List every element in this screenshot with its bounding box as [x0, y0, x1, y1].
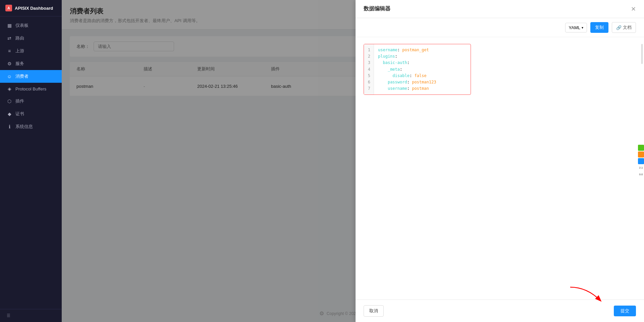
sidebar-header: A APISIX Dashboard — [0, 0, 62, 16]
sidebar-item-certificates[interactable]: ◆ 证书 — [0, 108, 62, 120]
code-content[interactable]: username: postman_get plugins: basic-aut… — [374, 44, 440, 94]
submit-button[interactable]: 提交 — [614, 306, 636, 316]
format-select[interactable]: YAML ▾ — [565, 23, 587, 33]
app-logo: A — [5, 5, 12, 11]
sidebar-item-label: 证书 — [15, 111, 24, 117]
app-title: APISIX Dashboard — [15, 6, 53, 11]
sidebar-item-routes[interactable]: ⇄ 路由 — [0, 32, 62, 45]
drawer-footer: 取消 提交 — [356, 300, 644, 322]
sidebar-item-plugins[interactable]: ⬡ 插件 — [0, 95, 62, 108]
dashboard-icon: ▦ — [7, 23, 12, 28]
drawer-body: 1 2 3 4 5 6 7 username: postman_get plug… — [356, 37, 644, 300]
sidebar-item-system-info[interactable]: ℹ 系统信息 — [0, 120, 62, 133]
sidebar-item-label: 路由 — [15, 35, 24, 41]
sidebar-item-label: 消费者 — [15, 73, 29, 79]
sidebar-item-label: 服务 — [15, 61, 24, 67]
sidebar: A APISIX Dashboard ▦ 仪表板 ⇄ 路由 ≡ 上游 ⚙ 服务 … — [0, 0, 62, 322]
right-floats: 2.1 0.0 — [638, 145, 644, 178]
sidebar-item-dashboard[interactable]: ▦ 仪表板 — [0, 19, 62, 32]
cancel-button[interactable]: 取消 — [364, 305, 384, 317]
float-label2: 0.0 — [638, 172, 644, 178]
sidebar-item-services[interactable]: ⚙ 服务 — [0, 57, 62, 70]
code-editor[interactable]: 1 2 3 4 5 6 7 username: postman_get plug… — [364, 44, 471, 95]
sidebar-item-consumers[interactable]: ☺ 消费者 — [0, 70, 62, 83]
sidebar-item-label: 插件 — [15, 98, 24, 104]
sidebar-item-label: Protocol Buffers — [15, 86, 46, 91]
sidebar-item-label: 仪表板 — [15, 22, 29, 28]
sidebar-item-upstream[interactable]: ≡ 上游 — [0, 45, 62, 57]
drawer-header: 数据编辑器 ✕ — [356, 0, 644, 18]
consumers-icon: ☺ — [7, 74, 12, 79]
float-label: 2.1 — [638, 165, 644, 171]
data-editor-drawer: 数据编辑器 ✕ YAML ▾ 复制 🔗 文档 1 2 3 4 5 6 7 use… — [356, 0, 644, 322]
sidebar-item-label: 上游 — [15, 48, 24, 54]
link-icon: 🔗 — [616, 25, 622, 30]
float-btn-green — [638, 145, 644, 151]
services-icon: ⚙ — [7, 61, 12, 66]
chevron-down-icon: ▾ — [582, 26, 583, 29]
float-btn-orange — [638, 151, 644, 157]
collapse-icon: ☰ — [7, 313, 10, 318]
float-btn-blue — [638, 158, 644, 164]
protocol-buffers-icon: ◈ — [7, 86, 12, 91]
doc-button[interactable]: 🔗 文档 — [612, 22, 636, 33]
sidebar-item-protocol-buffers[interactable]: ◈ Protocol Buffers — [0, 83, 62, 95]
system-info-icon: ℹ — [7, 124, 12, 129]
drawer-title: 数据编辑器 — [364, 5, 390, 12]
sidebar-collapse-button[interactable]: ☰ — [0, 309, 62, 322]
format-label: YAML — [569, 25, 580, 30]
drawer-toolbar: YAML ▾ 复制 🔗 文档 — [356, 18, 644, 37]
sidebar-item-label: 系统信息 — [15, 124, 33, 130]
copy-button[interactable]: 复制 — [590, 22, 608, 33]
routes-icon: ⇄ — [7, 36, 12, 41]
scrollbar[interactable] — [641, 44, 643, 64]
sidebar-nav: ▦ 仪表板 ⇄ 路由 ≡ 上游 ⚙ 服务 ☺ 消费者 ◈ Protocol Bu… — [0, 16, 62, 309]
line-numbers: 1 2 3 4 5 6 7 — [364, 44, 374, 94]
certificates-icon: ◆ — [7, 111, 12, 117]
close-button[interactable]: ✕ — [631, 6, 636, 12]
doc-label: 文档 — [623, 24, 632, 30]
upstream-icon: ≡ — [7, 48, 12, 54]
plugins-icon: ⬡ — [7, 99, 12, 104]
